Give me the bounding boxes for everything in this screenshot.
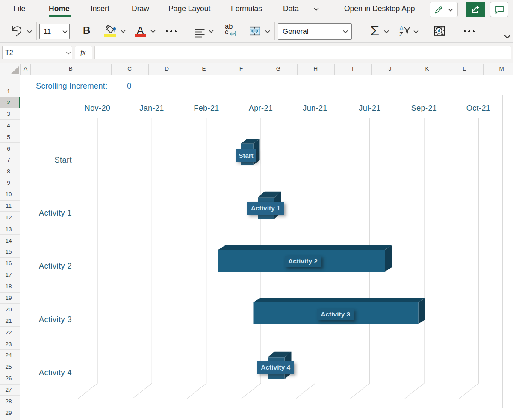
- svg-text:Z: Z: [399, 30, 403, 37]
